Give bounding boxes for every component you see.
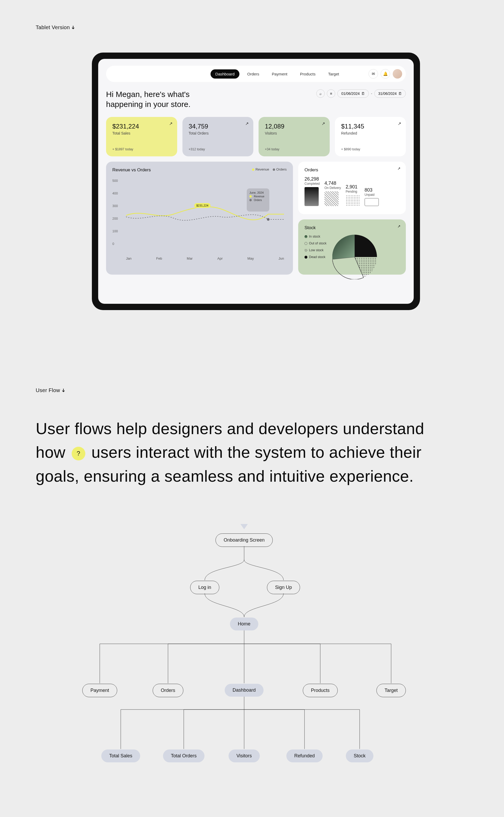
card-title: Orders (305, 167, 400, 173)
flow-node-target: Target (376, 684, 406, 697)
kpi-refunded[interactable]: ↗ $11,345 Refunded + $890 today (335, 117, 406, 156)
kpi-label: Refunded (341, 131, 400, 135)
sliders-icon: ≡ (330, 91, 332, 96)
chart-legend: Revenue Orders (252, 167, 287, 171)
kpi-delta: + $1897 today (112, 147, 133, 151)
y-tick: 500 (112, 179, 118, 182)
orders-breakdown-card[interactable]: Orders ↗ 26,298Completed 4,748On Deliver… (298, 161, 406, 214)
orders-completed: 26,298Completed (305, 176, 320, 206)
date-controls: ⌕ ≡ 01/06/2024🗓 - 31/06/2024🗓 (316, 89, 406, 98)
chart-x-axis: JanFeb MarApr MayJun (126, 257, 284, 261)
flow-node-signup: Sign Up (267, 581, 300, 594)
kpi-total-orders[interactable]: ↗ 34,759 Total Orders +312 today (182, 117, 254, 156)
greeting-text: Hi Megan, here's what's happening in you… (106, 89, 201, 109)
userflow-headline: User flows help designers and developers… (36, 417, 445, 488)
tab-orders[interactable]: Orders (243, 69, 264, 79)
y-tick: 400 (112, 191, 118, 195)
y-tick: 100 (112, 230, 118, 233)
open-icon: ↗ (322, 121, 325, 126)
flow-node-totalorders: Total Orders (163, 750, 204, 762)
date-from[interactable]: 01/06/2024🗓 (337, 89, 369, 98)
flow-node-orders: Orders (153, 684, 183, 697)
mail-icon: ✉ (372, 71, 375, 76)
svg-point-0 (267, 218, 270, 221)
search-icon: ⌕ (319, 91, 322, 96)
kpi-delta: +34 today (265, 147, 279, 151)
chart-value-pill: $231,224 (194, 203, 211, 208)
y-tick: 0 (112, 242, 114, 246)
orders-pending: 2,901Pending (346, 184, 360, 206)
top-navbar: Dashboard Orders Payment Products Target… (106, 66, 406, 82)
flow-node-payment: Payment (82, 684, 117, 697)
arrow-down-right-icon: ➔ (61, 388, 66, 392)
open-icon: ↗ (398, 121, 401, 126)
flow-node-login: Log in (190, 581, 219, 594)
kpi-label: Total Orders (189, 131, 247, 135)
y-tick: 200 (112, 217, 118, 221)
flow-node-visitors: Visitors (229, 750, 260, 762)
tab-target[interactable]: Target (323, 69, 344, 79)
tab-dashboard[interactable]: Dashboard (211, 69, 239, 79)
question-badge-icon: ? (72, 447, 85, 460)
stock-pie-chart (332, 235, 377, 279)
revenue-orders-chart-card: Revenue vs Orders Revenue Orders 500 400… (106, 161, 293, 275)
search-button[interactable]: ⌕ (316, 89, 325, 98)
kpi-delta: +312 today (189, 147, 205, 151)
kpi-value: 12,089 (265, 123, 323, 130)
flow-node-home: Home (230, 618, 258, 631)
arrow-down-right-icon: ➔ (70, 25, 76, 29)
y-tick: 300 (112, 204, 118, 208)
stock-legend: In stock Out of stock Low stock Dead sto… (305, 235, 327, 279)
kpi-label: Visitors (265, 131, 323, 135)
stock-card[interactable]: Stock ↗ In stock Out of stock Low stock … (298, 220, 406, 275)
tab-payment[interactable]: Payment (267, 69, 292, 79)
start-triangle-icon (240, 524, 248, 529)
user-avatar[interactable] (393, 69, 402, 79)
flow-node-dashboard: Dashboard (225, 684, 264, 697)
kpi-total-sales[interactable]: ↗ $231,224 Total Sales + $1897 today (106, 117, 177, 156)
tablet-screen: Dashboard Orders Payment Products Target… (98, 59, 414, 304)
date-to[interactable]: 31/06/2024🗓 (374, 89, 406, 98)
open-icon: ↗ (397, 166, 401, 170)
userflow-diagram: Onboarding Screen Log in Sign Up Home Pa… (73, 520, 415, 799)
kpi-label: Total Sales (112, 131, 171, 135)
calendar-icon: 🗓 (361, 91, 365, 96)
card-title: Stock (305, 225, 400, 231)
kpi-value: 34,759 (189, 123, 247, 130)
kpi-delta: + $890 today (341, 147, 360, 151)
flow-node-stock: Stock (346, 750, 373, 762)
kpi-visitors[interactable]: ↗ 12,089 Visitors +34 today (259, 117, 330, 156)
open-icon: ↗ (169, 121, 172, 126)
chart-area: 500 400 300 200 100 0 $231,224 June, 202… (112, 179, 287, 261)
section-label-tablet: Tablet Version➔ (36, 24, 75, 30)
nav-tabs: Dashboard Orders Payment Products Target (211, 69, 344, 79)
tab-products[interactable]: Products (295, 69, 320, 79)
flow-node-totalsales: Total Sales (101, 750, 140, 762)
date-separator: - (371, 91, 372, 96)
orders-unpaid: 803Unpaid (365, 187, 379, 206)
notification-button[interactable]: 🔔 (381, 69, 390, 79)
section-label-userflow: User Flow➔ (36, 387, 65, 393)
kpi-value: $11,345 (341, 123, 400, 130)
flow-node-onboarding: Onboarding Screen (216, 533, 273, 547)
orders-delivery: 4,748On Delivery (324, 180, 341, 206)
flow-node-products: Products (303, 684, 338, 697)
tablet-frame: Dashboard Orders Payment Products Target… (92, 53, 420, 310)
kpi-value: $231,224 (112, 123, 171, 130)
chart-tooltip: June, 2024 Revenue Orders (247, 188, 269, 212)
mail-button[interactable]: ✉ (369, 69, 378, 79)
calendar-icon: 🗓 (398, 91, 402, 96)
flow-node-refunded: Refunded (286, 750, 323, 762)
filter-button[interactable]: ≡ (327, 89, 335, 98)
dot-icon (273, 168, 275, 171)
bell-icon: 🔔 (383, 71, 388, 76)
open-icon: ↗ (245, 121, 249, 126)
open-icon: ↗ (397, 224, 401, 229)
dot-icon (252, 168, 254, 171)
